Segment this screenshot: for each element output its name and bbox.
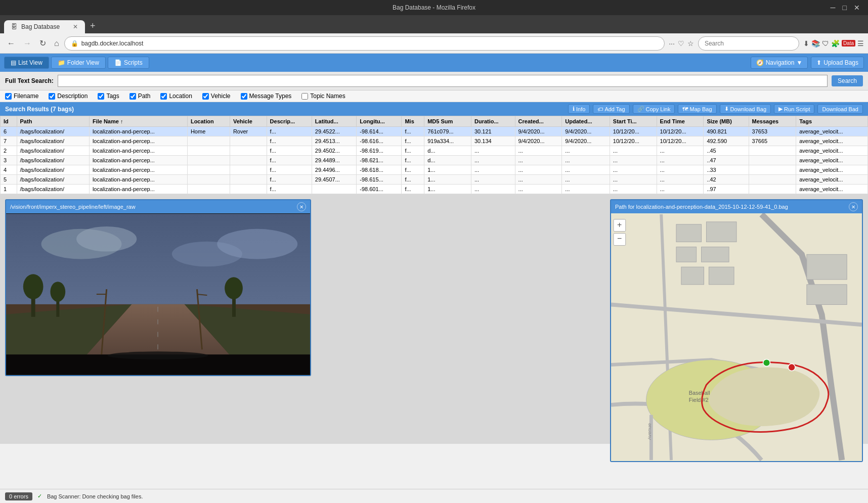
scripts-label: Scripts: [124, 59, 143, 66]
col-updated[interactable]: Updated...: [562, 116, 610, 127]
col-id[interactable]: Id: [1, 116, 17, 127]
checkbox-message-types[interactable]: Message Types: [241, 93, 292, 100]
list-view-button[interactable]: ▤ List View: [4, 57, 49, 69]
refresh-button[interactable]: ↻: [36, 36, 49, 50]
table-row[interactable]: 2/bags/localization/localization-and-per…: [1, 146, 868, 156]
info-icon: ℹ: [573, 106, 575, 112]
col-location[interactable]: Location: [187, 116, 230, 127]
download-bad-button[interactable]: Download Bad: [817, 104, 863, 114]
checkbox-vehicle[interactable]: Vehicle: [202, 93, 231, 100]
upload-bags-button[interactable]: ⬆ Upload Bags: [811, 57, 864, 69]
map-display: Baseball Field #2 + −: [611, 213, 862, 461]
table-row[interactable]: 6/bags/localization/localization-and-per…: [1, 127, 868, 136]
svg-text:Field #2: Field #2: [689, 397, 709, 403]
folder-view-label: Folder View: [67, 59, 99, 66]
folder-view-button[interactable]: 📁 Folder View: [51, 57, 106, 69]
checkbox-filename[interactable]: Filename: [5, 93, 38, 100]
col-created[interactable]: Created...: [515, 116, 562, 127]
svg-rect-24: [706, 222, 736, 242]
upload-icon: ⬆: [816, 59, 821, 66]
col-mis[interactable]: Mis: [402, 116, 424, 127]
svg-text:+: +: [617, 220, 622, 229]
maximize-icon[interactable]: □: [843, 4, 847, 12]
table-row[interactable]: 5/bags/localization/localization-and-per…: [1, 175, 868, 185]
tab-close-icon[interactable]: ✕: [73, 23, 78, 30]
upload-bags-label: Upload Bags: [823, 59, 858, 66]
svg-text:−: −: [617, 234, 622, 243]
map-bag-button[interactable]: 🗺 Map Bag: [678, 104, 716, 114]
menu-icon[interactable]: ☰: [857, 39, 864, 48]
data-table-wrapper: Id Path File Name ↑ Location Vehicle Des…: [0, 116, 868, 194]
col-tags[interactable]: Tags: [796, 116, 868, 127]
col-vehicle[interactable]: Vehicle: [230, 116, 267, 127]
checkbox-location[interactable]: Location: [160, 93, 192, 100]
svg-rect-28: [709, 267, 734, 285]
bookmark-dots-icon[interactable]: ···: [669, 39, 675, 48]
info-button[interactable]: ℹ Info: [568, 104, 590, 114]
data-table: Id Path File Name ↑ Location Vehicle Des…: [0, 116, 868, 194]
results-title: Search Results (7 bags): [5, 106, 74, 113]
back-button[interactable]: ←: [4, 37, 18, 50]
col-latitude[interactable]: Latitud...: [312, 116, 356, 127]
col-filename[interactable]: File Name ↑: [89, 116, 187, 127]
browser-title: Bag Database - Mozilla Firefox: [393, 4, 475, 11]
col-md5[interactable]: MD5 Sum: [424, 116, 471, 127]
add-tag-button[interactable]: 🏷 Add Tag: [593, 104, 629, 114]
script-icon: ▶: [778, 106, 783, 112]
checkbox-description[interactable]: Description: [49, 93, 88, 100]
table-row[interactable]: 4/bags/localization/localization-and-per…: [1, 165, 868, 175]
col-description[interactable]: Descrip...: [267, 116, 312, 127]
col-path[interactable]: Path: [17, 116, 89, 127]
heart-icon[interactable]: ♡: [678, 39, 684, 48]
col-messages[interactable]: Messages: [749, 116, 796, 127]
home-button[interactable]: ⌂: [51, 37, 62, 50]
browser-search-input[interactable]: [698, 36, 799, 51]
search-input[interactable]: [58, 75, 828, 87]
table-row[interactable]: 7/bags/localization/localization-and-per…: [1, 136, 868, 146]
svg-rect-25: [676, 247, 697, 262]
search-button[interactable]: Search: [832, 75, 863, 86]
map-popup: Path for localization-and-perception-dat…: [610, 199, 863, 462]
run-script-button[interactable]: ▶ Run Script: [774, 104, 814, 114]
data-icon[interactable]: Data: [842, 40, 855, 47]
bookmarks-icon[interactable]: 📚: [811, 39, 820, 48]
col-longitude[interactable]: Longitu...: [357, 116, 402, 127]
shield-icon[interactable]: 🛡: [822, 39, 829, 48]
copy-link-button[interactable]: 🔗 Copy Link: [633, 104, 675, 114]
image-display: [6, 213, 310, 375]
checkbox-tags[interactable]: Tags: [98, 93, 119, 100]
map-icon: 🗺: [682, 106, 688, 112]
scripts-button[interactable]: 📄 Scripts: [108, 57, 149, 69]
col-size[interactable]: Size (MB): [704, 116, 749, 127]
close-icon[interactable]: ✕: [854, 4, 860, 12]
svg-rect-30: [807, 285, 847, 305]
address-bar[interactable]: bagdb.docker.localhost: [81, 40, 144, 47]
col-starttime[interactable]: Start Ti...: [610, 116, 657, 127]
svg-rect-29: [807, 254, 847, 280]
table-row[interactable]: 1/bags/localization/localization-and-per…: [1, 185, 868, 194]
errors-badge: 0 errors: [5, 492, 32, 500]
browser-tab[interactable]: 🗄 Bag Database ✕: [4, 20, 85, 33]
col-endtime[interactable]: End Time: [657, 116, 704, 127]
search-label: Full Text Search:: [5, 77, 54, 84]
navigation-button[interactable]: 🧭 Navigation ▼: [751, 57, 808, 69]
checkbox-topic-names[interactable]: Topic Names: [301, 93, 345, 100]
checkbox-path[interactable]: Path: [129, 93, 151, 100]
svg-point-4: [217, 229, 297, 259]
download-bag-icon: ⬇: [724, 106, 729, 112]
image-popup-close[interactable]: ✕: [297, 202, 306, 211]
download-bag-button[interactable]: ⬇ Download Bag: [720, 104, 771, 114]
forward-button[interactable]: →: [20, 37, 34, 50]
table-row[interactable]: 3/bags/localization/localization-and-per…: [1, 156, 868, 165]
star-icon[interactable]: ☆: [687, 39, 694, 48]
extensions-icon[interactable]: 🧩: [831, 39, 840, 48]
image-popup: /vision/front/imperx_stereo_pipeline/lef…: [5, 199, 311, 376]
status-bar: 0 errors ✓ Bag Scanner: Done checking ba…: [0, 489, 868, 503]
svg-rect-23: [676, 224, 702, 242]
col-duration[interactable]: Duratio...: [471, 116, 515, 127]
download-icon[interactable]: ⬇: [803, 39, 809, 48]
new-tab-button[interactable]: +: [85, 19, 101, 33]
lock-icon: 🔒: [71, 40, 78, 47]
minimize-icon[interactable]: ─: [831, 4, 836, 12]
map-popup-close[interactable]: ✕: [849, 202, 858, 211]
